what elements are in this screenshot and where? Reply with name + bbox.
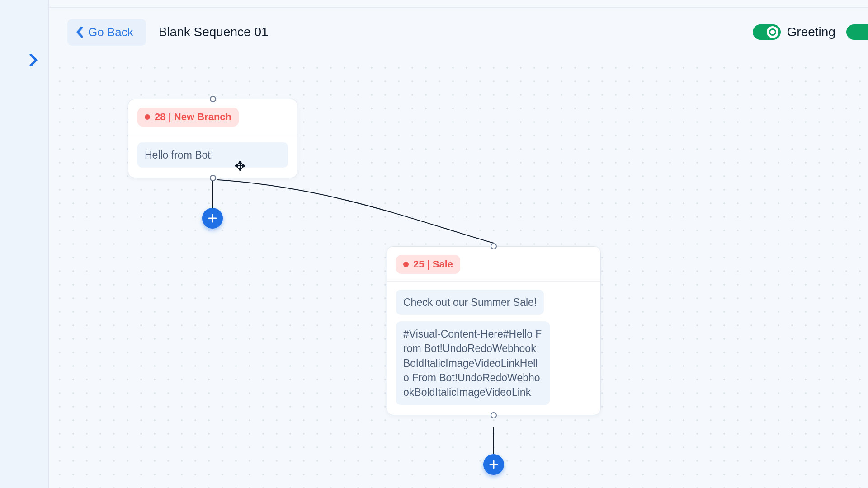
- add-step-button[interactable]: [202, 208, 223, 229]
- toggle-knob: [767, 26, 778, 38]
- flow-node-new-branch[interactable]: 28 | New Branch Hello from Bot!: [128, 99, 297, 178]
- node-body: Check out our Summer Sale! #Visual-Conte…: [387, 282, 600, 415]
- expand-sidebar-button[interactable]: [25, 52, 42, 69]
- node-port-bottom[interactable]: [491, 412, 497, 418]
- greeting-toggle[interactable]: [753, 24, 781, 40]
- status-dot-icon: [403, 262, 409, 267]
- status-dot-icon: [145, 114, 150, 120]
- chevron-left-icon: [76, 27, 84, 38]
- header-right: Greeting: [753, 24, 868, 40]
- connector-a-to-b: [217, 180, 494, 243]
- svg-marker-5: [243, 164, 245, 167]
- chevron-right-icon: [29, 54, 38, 66]
- node-badge-text: 25 | Sale: [413, 258, 453, 270]
- greeting-toggle-label: Greeting: [787, 25, 835, 39]
- node-message: #Visual-Content-Here#Hello From Bot!Undo…: [396, 321, 550, 405]
- secondary-toggle[interactable]: [846, 24, 868, 40]
- node-badge: 25 | Sale: [396, 255, 460, 274]
- plus-icon: [489, 460, 499, 469]
- node-port-top[interactable]: [491, 243, 497, 249]
- node-badge-text: 28 | New Branch: [155, 111, 231, 123]
- node-body: Hello from Bot!: [128, 134, 297, 178]
- node-message: Hello from Bot!: [137, 142, 288, 168]
- svg-marker-2: [239, 161, 241, 163]
- flow-node-sale[interactable]: 25 | Sale Check out our Summer Sale! #Vi…: [387, 246, 601, 415]
- flow-canvas[interactable]: 28 | New Branch Hello from Bot!: [49, 56, 868, 488]
- add-step-button[interactable]: [483, 454, 504, 475]
- svg-marker-3: [239, 169, 241, 171]
- left-rail: [0, 0, 48, 488]
- node-header: 25 | Sale: [387, 247, 600, 282]
- toggle-greeting-group: Greeting: [753, 24, 835, 40]
- node-message: Check out our Summer Sale!: [396, 290, 544, 315]
- move-cursor-icon: [235, 161, 245, 171]
- node-port-bottom[interactable]: [210, 175, 216, 181]
- go-back-button[interactable]: Go Back: [67, 19, 146, 46]
- go-back-label: Go Back: [88, 25, 133, 39]
- plus-icon: [208, 213, 217, 223]
- header: Go Back Blank Sequence 01 Greeting: [49, 8, 868, 56]
- node-port-top[interactable]: [210, 96, 216, 102]
- node-badge: 28 | New Branch: [137, 108, 239, 127]
- svg-marker-4: [235, 164, 237, 167]
- page-title: Blank Sequence 01: [159, 25, 269, 39]
- node-header: 28 | New Branch: [128, 99, 297, 134]
